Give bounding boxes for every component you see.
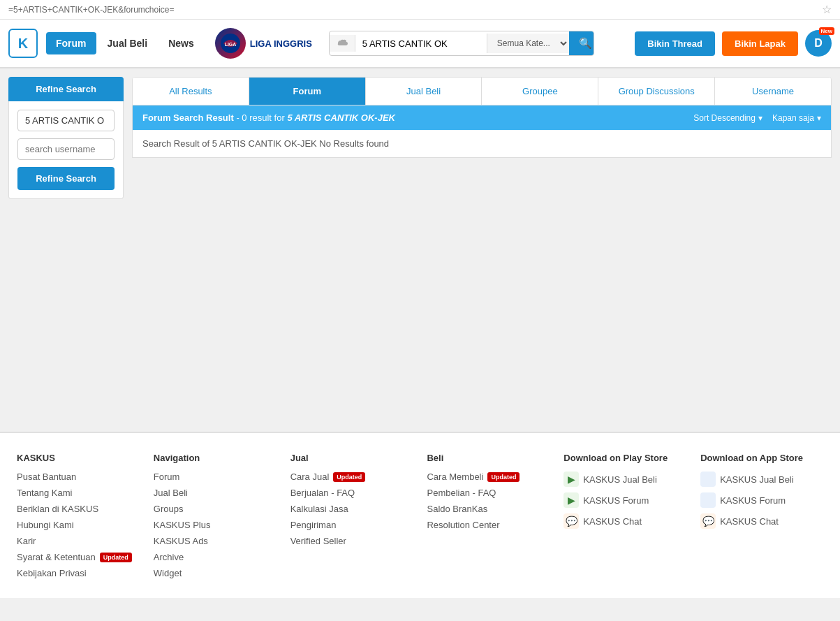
footer-link[interactable]: Forum [154,472,277,482]
sidebar-search-input[interactable] [17,110,115,131]
chat-icon: 💬 [563,513,579,529]
nav-item-news[interactable]: News [159,32,204,54]
footer-link[interactable]: Kalkulasi Jasa [290,504,413,514]
tab-group-discussions[interactable]: Group Discussions [598,78,715,105]
footer-link[interactable]: KASKUS Forum [700,492,823,508]
content-area: All ResultsForumJual BeliGroupeeGroup Di… [132,77,832,409]
footer-link[interactable]: Cara JualUpdated [290,472,413,482]
footer-link-label: Karir [17,536,36,546]
main-container: Refine Search Refine Search All ResultsF… [0,68,840,418]
avatar[interactable]: D New [805,30,832,57]
footer-link-label: Cara Jual [290,472,330,482]
tab-groupee[interactable]: Groupee [482,78,598,105]
updated-badge: Updated [333,472,365,482]
logo[interactable]: K [8,29,38,58]
liga-logo[interactable]: LIGA LIGA INGGRIS [215,28,312,59]
star-icon[interactable]: ☆ [822,3,832,16]
play-store-icon: ▶ [563,492,579,508]
search-button[interactable]: 🔍 [569,31,594,55]
footer-link[interactable]: Cara MembeliUpdated [427,472,550,482]
tabs-bar: All ResultsForumJual BeliGroupeeGroup Di… [132,77,832,105]
footer-link[interactable]: Beriklan di KASKUS [17,504,140,514]
footer-link[interactable]: KASKUS Jual Beli [700,472,823,487]
results-container: Forum Search Result - 0 result for 5 ART… [132,105,832,158]
footer-link[interactable]: Tentang Kami [17,488,140,498]
footer-link[interactable]: Archive [154,552,277,562]
footer-col: Download on App StoreKASKUS Jual BeliKAS… [700,453,823,584]
footer-link[interactable]: 💬KASKUS Chat [563,513,686,529]
top-bar: =5+ARTIS+CANTIK+OK-JEK&forumchoice= ☆ [0,0,840,20]
sort-descending-button[interactable]: Sort Descending ▾ [693,113,762,123]
play-store-icon: ▶ [563,472,579,487]
nav-item-forum[interactable]: Forum [46,32,96,54]
search-category-select[interactable]: Semua Kate... [487,34,569,53]
username-search-input[interactable] [17,138,115,160]
footer-col: NavigationForumJual BeliGroupsKASKUS Plu… [154,453,277,584]
nav: ForumJual BeliNews [46,32,204,54]
tab-forum[interactable]: Forum [249,78,366,105]
footer-link[interactable]: Berjualan - FAQ [290,488,413,498]
footer-link[interactable]: ▶KASKUS Forum [563,492,686,508]
footer-link-label: KASKUS Plus [154,520,211,530]
footer: KASKUSPusat BantuanTentang KamiBeriklan … [0,432,840,598]
footer-link-label: Saldo BranKas [427,504,487,514]
footer-link-label: Forum [154,472,180,482]
footer-link[interactable]: Pusat Bantuan [17,472,140,482]
footer-link[interactable]: 💬KASKUS Chat [700,513,823,529]
footer-link-label: KASKUS Chat [583,516,642,527]
footer-link[interactable]: Groups [154,504,277,514]
new-badge: New [819,27,834,35]
app-store-icon [700,492,716,508]
svg-text:LIGA: LIGA [224,42,236,47]
footer-link[interactable]: Hubungi Kami [17,520,140,530]
footer-link-label: Widget [154,568,182,578]
tab-all-results[interactable]: All Results [133,78,249,105]
footer-link[interactable]: ▶KASKUS Jual Beli [563,472,686,487]
footer-link-label: Cara Membeli [427,472,483,482]
footer-link[interactable]: KASKUS Ads [154,536,277,546]
results-header: Forum Search Result - 0 result for 5 ART… [133,105,831,130]
footer-link-label: KASKUS Jual Beli [583,474,657,485]
footer-link[interactable]: Widget [154,568,277,578]
footer-link-label: Pusat Bantuan [17,472,76,482]
footer-col: BeliCara MembeliUpdatedPembelian - FAQSa… [427,453,550,584]
footer-link[interactable]: Syarat & KetentuanUpdated [17,552,140,562]
footer-link-label: Resolution Center [427,520,499,530]
footer-link[interactable]: Pengiriman [290,520,413,530]
footer-col: Download on Play Store▶KASKUS Jual Beli▶… [563,453,686,584]
footer-link[interactable]: Saldo BranKas [427,504,550,514]
tab-jual-beli[interactable]: Jual Beli [366,78,482,105]
footer-col-title: KASKUS [17,453,140,463]
bikin-lapak-button[interactable]: Bikin Lapak [722,31,798,56]
footer-link-label: KASKUS Forum [720,495,786,506]
results-query: 5 ARTIS CANTIK OK-JEK [287,112,395,123]
bikin-thread-button[interactable]: Bikin Thread [635,31,715,56]
footer-col-title: Navigation [154,453,277,463]
tab-username[interactable]: Username [715,78,831,105]
footer-link[interactable]: Pembelian - FAQ [427,488,550,498]
footer-link-label: KASKUS Chat [720,516,779,527]
results-body: Search Result of 5 ARTIS CANTIK OK-JEK N… [133,130,831,157]
search-input[interactable] [355,34,487,53]
footer-link-label: Groups [154,504,184,514]
refine-search-button[interactable]: Refine Search [17,167,115,190]
footer-link[interactable]: Karir [17,536,140,546]
footer-link[interactable]: Verified Seller [290,536,413,546]
footer-col-title: Download on App Store [700,453,823,463]
results-title: Forum Search Result [142,112,234,123]
footer-link[interactable]: Jual Beli [154,488,277,498]
nav-item-jual-beli[interactable]: Jual Beli [98,32,158,54]
footer-link[interactable]: Kebijakan Privasi [17,568,140,578]
footer-link[interactable]: Resolution Center [427,520,550,530]
chevron-down-icon: ▾ [758,113,762,123]
footer-grid: KASKUSPusat BantuanTentang KamiBeriklan … [17,453,823,584]
footer-link[interactable]: KASKUS Plus [154,520,277,530]
kapan-saja-button[interactable]: Kapan saja ▾ [772,113,821,123]
footer-col: KASKUSPusat BantuanTentang KamiBeriklan … [17,453,140,584]
footer-link-label: Beriklan di KASKUS [17,504,98,514]
liga-text: LIGA INGGRIS [250,38,312,49]
liga-circle-icon: LIGA [215,28,246,59]
footer-link-label: Hubungi Kami [17,520,74,530]
footer-link-label: Archive [154,552,184,562]
chat-icon: 💬 [700,513,716,529]
